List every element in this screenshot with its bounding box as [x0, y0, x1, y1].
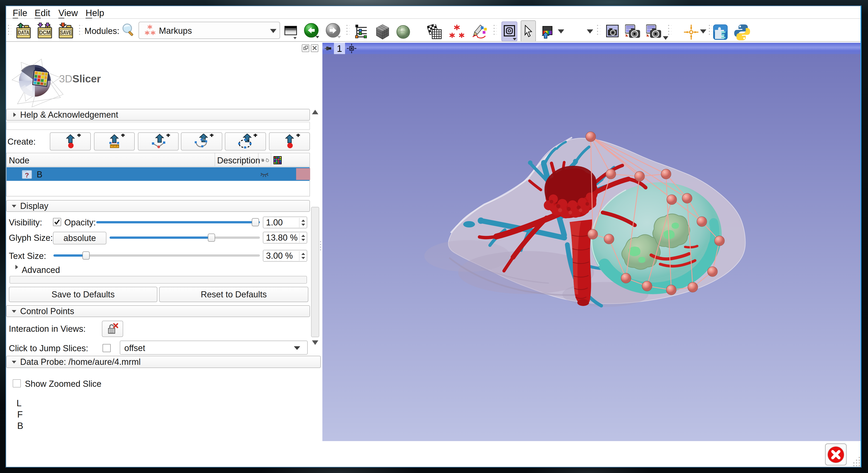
svg-text:?: ?	[25, 171, 29, 179]
svg-text:DATA: DATA	[18, 29, 29, 35]
svg-text:SAVE: SAVE	[60, 29, 71, 35]
svg-text:DCM: DCM	[39, 29, 51, 35]
